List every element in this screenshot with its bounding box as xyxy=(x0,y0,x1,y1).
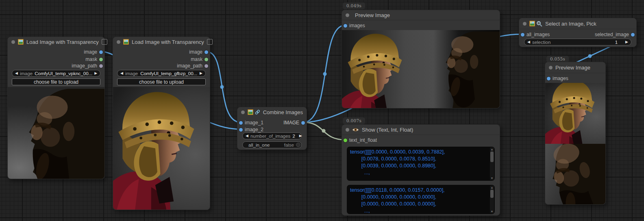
combo-next-icon[interactable]: ▶ xyxy=(625,39,628,46)
output-dot-image-path[interactable] xyxy=(99,64,103,68)
collapse-dot[interactable] xyxy=(549,66,553,69)
node-title: Preview Image xyxy=(555,65,590,71)
node-titlebar[interactable]: Combine Images xyxy=(237,107,307,117)
input-dot-images[interactable] xyxy=(344,24,347,28)
input-dot-text-int-float[interactable] xyxy=(344,139,347,142)
image-combo-widget[interactable]: ◀ image ComfyUI_temp_vpknc_00... ▶ xyxy=(12,70,100,77)
node-select-an-image-pick[interactable]: Select an Image, Pick all_images selecte… xyxy=(519,18,637,47)
output-slot-image-path: image_path xyxy=(72,63,97,69)
all-in-one-toggle[interactable]: all_in_one false xyxy=(242,141,302,148)
node-graph-canvas[interactable]: 0.049s 0.007s 0.055s Load Image with Tra… xyxy=(0,0,644,221)
combo-value: ComfyUI_temp_vpknc_00... xyxy=(35,71,92,76)
output-dot-image[interactable] xyxy=(99,50,103,54)
output-dot-selected-image[interactable] xyxy=(631,33,635,37)
collapse-dot[interactable] xyxy=(523,22,527,26)
node-combine-images[interactable]: Combine Images image_1 image_2 IMAGE ◀ n… xyxy=(237,107,307,150)
input-dot-image1[interactable] xyxy=(239,121,243,125)
input-dot-all-images[interactable] xyxy=(521,33,524,37)
node-load-image-with-transparency-2[interactable]: Load Image with Transparency image mask … xyxy=(113,37,210,210)
combo-label: selection xyxy=(532,40,550,45)
output-slot-image: IMAGE xyxy=(283,119,299,126)
combo-next-icon[interactable]: ▶ xyxy=(94,70,97,77)
scroll-up-icon[interactable]: ▲ xyxy=(490,186,494,189)
scrollbar[interactable]: ▲ ▼ xyxy=(490,147,494,180)
tensor-text-2: tensor([[[[0.0118, 0.0000, 0.0157, 0.000… xyxy=(350,187,488,214)
output-dot-image-path[interactable] xyxy=(205,64,208,68)
toggle-value: false xyxy=(284,143,294,147)
scroll-up-icon[interactable]: ▲ xyxy=(490,147,494,151)
number-of-images-widget[interactable]: ◀ number_of_images 2 ▶ xyxy=(242,132,302,139)
collapse-dot[interactable] xyxy=(117,40,120,44)
title-checkbox[interactable] xyxy=(207,39,213,45)
collapse-dot[interactable] xyxy=(346,128,349,132)
exec-time-badge: 0.049s xyxy=(343,2,365,9)
choose-file-button[interactable]: choose file to upload xyxy=(117,78,206,85)
wire-load2-image-to-combine-image1 xyxy=(207,52,241,122)
node-show-text-int-float[interactable]: Show (Text, Int, Float) text_int_float t… xyxy=(342,124,500,216)
output-dot-mask[interactable] xyxy=(205,58,208,61)
node-title: Combine Images xyxy=(263,109,303,115)
scroll-thumb[interactable] xyxy=(490,152,494,162)
node-titlebar[interactable]: Show (Text, Int, Float) xyxy=(342,125,500,135)
input-dot-image2[interactable] xyxy=(239,128,243,132)
combo-prev-icon[interactable]: ◀ xyxy=(15,70,18,77)
toggle-label: all_in_one xyxy=(248,143,270,147)
selected-image-preview-1 xyxy=(545,83,605,144)
collapse-dot[interactable] xyxy=(11,40,15,44)
combo-prev-icon[interactable]: ◀ xyxy=(246,132,248,139)
link-icon xyxy=(255,109,260,115)
node-titlebar[interactable]: Preview Image xyxy=(545,62,605,73)
node-load-image-with-transparency-1[interactable]: Load Image with Transparency image mask … xyxy=(7,37,105,179)
title-checkbox[interactable] xyxy=(102,39,107,45)
tensor-textarea-1[interactable]: tensor([[[[0.0000, 0.0000, 0.0039, 0.788… xyxy=(347,147,495,181)
tensor-textarea-2[interactable]: tensor([[[[0.0118, 0.0000, 0.0157, 0.000… xyxy=(347,185,495,214)
scroll-thumb[interactable] xyxy=(490,190,494,198)
input-slot-text-int-float: text_int_float xyxy=(349,137,377,143)
collapse-dot[interactable] xyxy=(241,110,245,114)
choose-file-button[interactable]: choose file to upload xyxy=(12,78,100,85)
node-title: Preview Image xyxy=(355,12,390,18)
node-title: Show (Text, Int, Float) xyxy=(362,127,413,133)
node-titlebar[interactable]: Preview Image xyxy=(342,10,500,20)
input-slot-all-images: all_images xyxy=(527,31,550,38)
node-titlebar[interactable]: Load Image with Transparency xyxy=(8,37,104,47)
combo-prev-icon[interactable]: ◀ xyxy=(120,70,123,77)
combo-label: image xyxy=(20,71,33,76)
scrollbar[interactable]: ▲ ▼ xyxy=(490,186,494,213)
node-titlebar[interactable]: Load Image with Transparency xyxy=(113,37,210,47)
scroll-down-icon[interactable]: ▼ xyxy=(490,210,494,213)
loaded-image-preview xyxy=(8,87,104,179)
selected-image-preview-2 xyxy=(545,144,605,204)
selection-combo-widget[interactable]: ◀ selection 1 ▶ xyxy=(524,39,631,46)
output-slot-selected-image: selected_image xyxy=(595,31,629,38)
node-preview-image-right[interactable]: Preview Image images xyxy=(545,62,606,205)
combo-next-icon[interactable]: ▶ xyxy=(299,132,302,139)
output-slot-image-path: image_path xyxy=(177,63,202,69)
node-title: Select an Image, Pick xyxy=(545,21,596,27)
output-dot-mask[interactable] xyxy=(99,58,103,61)
node-title: Load Image with Transparency xyxy=(132,39,204,45)
output-dot-image[interactable] xyxy=(301,121,305,125)
image-combo-widget[interactable]: ◀ image ComfyUI_temp_gfbzp_00... ▶ xyxy=(117,70,206,77)
combined-image-preview xyxy=(342,30,500,108)
toggle-knob-icon[interactable] xyxy=(296,143,300,147)
output-dot-image[interactable] xyxy=(205,50,208,54)
node-preview-image-top[interactable]: Preview Image images xyxy=(342,10,500,108)
combo-label: image xyxy=(125,71,138,76)
node-titlebar[interactable]: Select an Image, Pick xyxy=(519,18,636,29)
scroll-down-icon[interactable]: ▼ xyxy=(490,176,494,180)
magnifier-icon xyxy=(536,21,542,27)
loaded-image-preview xyxy=(113,87,210,210)
eye-icon xyxy=(352,127,359,132)
input-slot-image1: image_1 xyxy=(245,119,263,126)
node-title: Load Image with Transparency xyxy=(26,39,99,45)
image-icon xyxy=(248,109,253,115)
combo-value: ComfyUI_temp_gfbzp_00... xyxy=(140,71,198,76)
collapse-dot[interactable] xyxy=(346,13,349,17)
input-slot-image2: image_2 xyxy=(245,126,263,133)
combo-next-icon[interactable]: ▶ xyxy=(200,70,202,77)
combo-value: 1 xyxy=(615,40,618,45)
input-dot-images[interactable] xyxy=(547,77,550,80)
combo-prev-icon[interactable]: ◀ xyxy=(527,39,530,46)
combo-label: number_of_images xyxy=(250,134,290,139)
